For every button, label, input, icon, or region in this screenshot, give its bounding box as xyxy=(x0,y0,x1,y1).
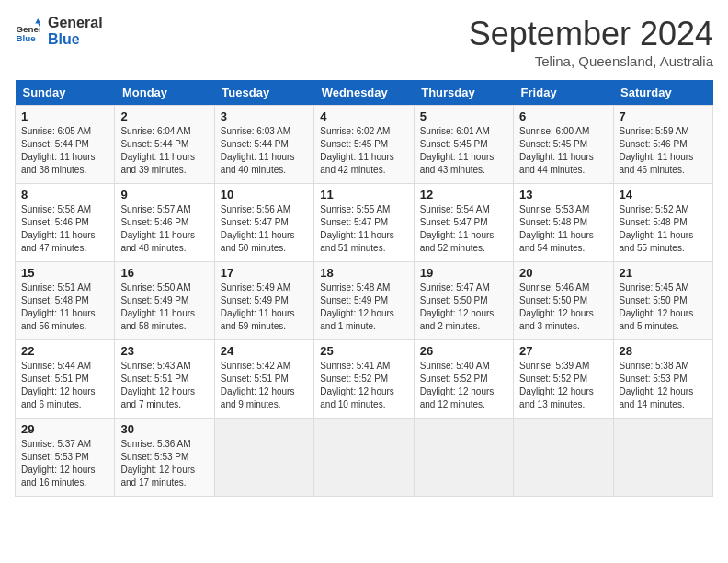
day-number: 7 xyxy=(620,109,707,123)
logo-icon: General Blue xyxy=(15,18,40,44)
col-monday: Monday xyxy=(115,80,214,106)
day-number: 27 xyxy=(519,344,607,358)
day-cell: 2Sunrise: 6:04 AM Sunset: 5:44 PM Daylig… xyxy=(115,106,214,184)
day-info: Sunrise: 5:53 AM Sunset: 5:48 PM Dayligh… xyxy=(519,203,607,255)
day-info: Sunrise: 5:48 AM Sunset: 5:49 PM Dayligh… xyxy=(320,282,407,333)
day-cell: 4Sunrise: 6:02 AM Sunset: 5:45 PM Daylig… xyxy=(314,106,414,184)
day-cell: 17Sunrise: 5:49 AM Sunset: 5:49 PM Dayli… xyxy=(214,262,313,340)
week-row-4: 22Sunrise: 5:44 AM Sunset: 5:51 PM Dayli… xyxy=(16,340,713,419)
day-cell xyxy=(214,419,313,497)
day-info: Sunrise: 5:59 AM Sunset: 5:46 PM Dayligh… xyxy=(620,125,707,177)
day-number: 11 xyxy=(320,188,407,201)
day-cell: 25Sunrise: 5:41 AM Sunset: 5:52 PM Dayli… xyxy=(314,340,414,419)
logo-general: General xyxy=(48,15,103,31)
day-info: Sunrise: 5:50 AM Sunset: 5:49 PM Dayligh… xyxy=(120,282,208,333)
day-cell: 15Sunrise: 5:51 AM Sunset: 5:48 PM Dayli… xyxy=(16,262,115,340)
day-cell xyxy=(613,419,712,497)
day-info: Sunrise: 5:47 AM Sunset: 5:50 PM Dayligh… xyxy=(420,282,507,333)
day-number: 26 xyxy=(420,344,507,358)
day-cell xyxy=(314,419,414,497)
day-cell: 12Sunrise: 5:54 AM Sunset: 5:47 PM Dayli… xyxy=(414,184,513,262)
day-info: Sunrise: 5:58 AM Sunset: 5:46 PM Dayligh… xyxy=(21,203,108,255)
day-info: Sunrise: 5:36 AM Sunset: 5:53 PM Dayligh… xyxy=(120,438,208,489)
day-number: 20 xyxy=(519,266,607,280)
day-number: 3 xyxy=(221,109,308,123)
col-saturday: Saturday xyxy=(613,80,712,106)
day-cell: 16Sunrise: 5:50 AM Sunset: 5:49 PM Dayli… xyxy=(115,262,214,340)
day-number: 17 xyxy=(221,266,308,280)
day-cell: 9Sunrise: 5:57 AM Sunset: 5:46 PM Daylig… xyxy=(115,184,214,262)
day-info: Sunrise: 5:43 AM Sunset: 5:51 PM Dayligh… xyxy=(120,360,208,411)
day-cell: 3Sunrise: 6:03 AM Sunset: 5:44 PM Daylig… xyxy=(214,106,313,184)
day-number: 21 xyxy=(620,266,707,280)
day-cell: 10Sunrise: 5:56 AM Sunset: 5:47 PM Dayli… xyxy=(214,184,313,262)
day-number: 13 xyxy=(519,188,607,201)
day-cell: 13Sunrise: 5:53 AM Sunset: 5:48 PM Dayli… xyxy=(514,184,613,262)
day-number: 30 xyxy=(120,422,208,436)
day-cell: 20Sunrise: 5:46 AM Sunset: 5:50 PM Dayli… xyxy=(514,262,613,340)
location-title: Telina, Queensland, Australia xyxy=(469,53,713,69)
day-cell: 6Sunrise: 6:00 AM Sunset: 5:45 PM Daylig… xyxy=(514,106,613,184)
day-cell: 24Sunrise: 5:42 AM Sunset: 5:51 PM Dayli… xyxy=(214,340,313,419)
day-number: 5 xyxy=(420,109,507,123)
day-cell: 8Sunrise: 5:58 AM Sunset: 5:46 PM Daylig… xyxy=(16,184,115,262)
day-number: 18 xyxy=(320,266,407,280)
day-info: Sunrise: 6:04 AM Sunset: 5:44 PM Dayligh… xyxy=(120,125,208,177)
svg-marker-2 xyxy=(35,18,40,24)
day-number: 4 xyxy=(320,109,407,123)
day-cell: 26Sunrise: 5:40 AM Sunset: 5:52 PM Dayli… xyxy=(414,340,513,419)
day-info: Sunrise: 5:38 AM Sunset: 5:53 PM Dayligh… xyxy=(620,360,707,411)
col-sunday: Sunday xyxy=(16,80,115,106)
logo: General Blue General Blue xyxy=(15,15,103,47)
day-cell: 23Sunrise: 5:43 AM Sunset: 5:51 PM Dayli… xyxy=(115,340,214,419)
day-number: 12 xyxy=(420,188,507,201)
day-info: Sunrise: 5:51 AM Sunset: 5:48 PM Dayligh… xyxy=(21,282,108,333)
day-cell: 7Sunrise: 5:59 AM Sunset: 5:46 PM Daylig… xyxy=(613,106,712,184)
day-number: 8 xyxy=(21,188,108,201)
page-header: General Blue General Blue September 2024… xyxy=(15,15,713,69)
day-cell: 28Sunrise: 5:38 AM Sunset: 5:53 PM Dayli… xyxy=(613,340,712,419)
logo-blue: Blue xyxy=(48,31,103,48)
day-cell: 22Sunrise: 5:44 AM Sunset: 5:51 PM Dayli… xyxy=(16,340,115,419)
day-number: 19 xyxy=(420,266,507,280)
day-info: Sunrise: 5:49 AM Sunset: 5:49 PM Dayligh… xyxy=(221,282,308,333)
day-info: Sunrise: 6:02 AM Sunset: 5:45 PM Dayligh… xyxy=(320,125,407,177)
day-number: 10 xyxy=(221,188,308,201)
day-info: Sunrise: 6:01 AM Sunset: 5:45 PM Dayligh… xyxy=(420,125,507,177)
day-number: 25 xyxy=(320,344,407,358)
day-info: Sunrise: 5:44 AM Sunset: 5:51 PM Dayligh… xyxy=(21,360,108,411)
day-number: 2 xyxy=(120,109,208,123)
day-info: Sunrise: 5:40 AM Sunset: 5:52 PM Dayligh… xyxy=(420,360,507,411)
week-row-2: 8Sunrise: 5:58 AM Sunset: 5:46 PM Daylig… xyxy=(16,184,713,262)
day-number: 16 xyxy=(120,266,208,280)
day-cell: 18Sunrise: 5:48 AM Sunset: 5:49 PM Dayli… xyxy=(314,262,414,340)
svg-text:Blue: Blue xyxy=(16,33,36,43)
day-info: Sunrise: 5:54 AM Sunset: 5:47 PM Dayligh… xyxy=(420,203,507,255)
day-number: 29 xyxy=(21,422,108,436)
day-number: 6 xyxy=(519,109,607,123)
day-number: 14 xyxy=(620,188,707,201)
col-thursday: Thursday xyxy=(414,80,513,106)
day-cell: 1Sunrise: 6:05 AM Sunset: 5:44 PM Daylig… xyxy=(16,106,115,184)
day-cell: 14Sunrise: 5:52 AM Sunset: 5:48 PM Dayli… xyxy=(613,184,712,262)
day-number: 23 xyxy=(120,344,208,358)
day-info: Sunrise: 5:56 AM Sunset: 5:47 PM Dayligh… xyxy=(221,203,308,255)
day-cell xyxy=(414,419,513,497)
calendar-table: Sunday Monday Tuesday Wednesday Thursday… xyxy=(15,80,713,497)
week-row-3: 15Sunrise: 5:51 AM Sunset: 5:48 PM Dayli… xyxy=(16,262,713,340)
day-cell: 5Sunrise: 6:01 AM Sunset: 5:45 PM Daylig… xyxy=(414,106,513,184)
day-number: 1 xyxy=(21,109,108,123)
day-cell: 21Sunrise: 5:45 AM Sunset: 5:50 PM Dayli… xyxy=(613,262,712,340)
col-friday: Friday xyxy=(514,80,613,106)
day-number: 9 xyxy=(120,188,208,201)
day-number: 15 xyxy=(21,266,108,280)
month-title: September 2024 xyxy=(469,15,713,53)
day-info: Sunrise: 5:46 AM Sunset: 5:50 PM Dayligh… xyxy=(519,282,607,333)
col-tuesday: Tuesday xyxy=(214,80,313,106)
col-wednesday: Wednesday xyxy=(314,80,414,106)
day-cell xyxy=(514,419,613,497)
header-row: Sunday Monday Tuesday Wednesday Thursday… xyxy=(16,80,713,106)
day-info: Sunrise: 5:57 AM Sunset: 5:46 PM Dayligh… xyxy=(120,203,208,255)
week-row-1: 1Sunrise: 6:05 AM Sunset: 5:44 PM Daylig… xyxy=(16,106,713,184)
day-cell: 27Sunrise: 5:39 AM Sunset: 5:52 PM Dayli… xyxy=(514,340,613,419)
